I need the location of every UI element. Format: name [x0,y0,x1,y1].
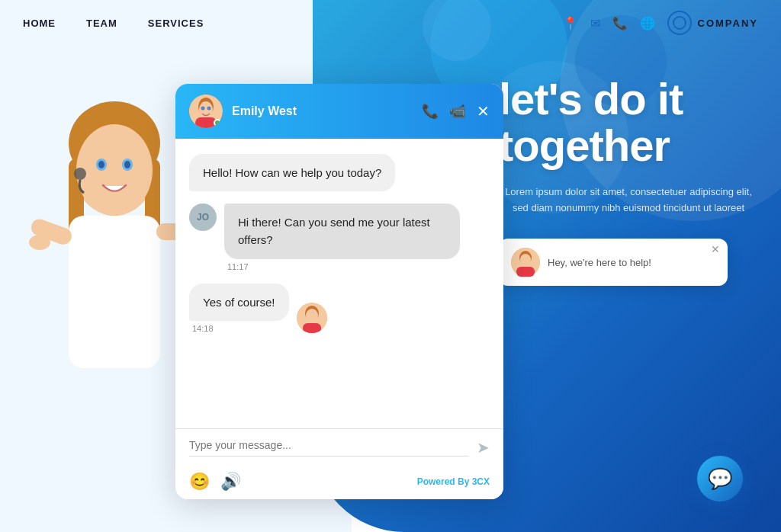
chat-preview-card: Hey, we're here to help! ✕ [499,239,728,286]
agent-name: Emily West [232,104,413,118]
svg-point-22 [306,309,318,322]
svg-point-26 [520,254,531,266]
chat-close-button[interactable]: ✕ [477,102,490,120]
agent-reply-bubble: Yes of course! [189,284,289,321]
svg-point-9 [74,168,86,180]
svg-point-7 [98,161,104,168]
reply-avatar-svg [297,303,327,333]
chat-fab-icon: 💬 [708,467,732,491]
svg-rect-27 [516,267,535,277]
message-bubble: Hello! How can we help you today? [189,154,395,191]
agent-reply-avatar [297,303,327,333]
message-time-2: 14:18 [189,324,289,333]
agent-avatar [189,95,223,128]
chat-footer-icons: 😊 🔊 [189,472,241,492]
user-avatar: JO [189,204,217,231]
phone-icon[interactable]: 📞 [422,103,439,120]
video-icon[interactable]: 📹 [449,103,466,120]
company-logo: COMPANY [667,11,758,35]
send-button[interactable]: ➤ [477,438,490,457]
svg-rect-10 [69,216,160,368]
chat-fab-button[interactable]: 💬 [697,456,743,502]
online-indicator [214,119,221,127]
agent-reply-content: Yes of course! 14:18 [189,284,289,333]
svg-rect-23 [303,323,321,333]
hero-text: let's do it together Lorem ipsum dolor s… [499,76,758,286]
message-user-1: JO Hi there! Can you send me your latest… [189,204,460,271]
globe-icon[interactable]: 🌐 [640,16,655,30]
chat-messages: Hello! How can we help you today? JO Hi … [175,139,503,428]
user-message-content: Hi there! Can you send me your latest of… [224,204,460,271]
nav-team[interactable]: TEAM [86,18,117,29]
chat-input-row: ➤ [189,438,490,457]
chat-header-actions: 📞 📹 ✕ [422,102,490,120]
chat-footer: 😊 🔊 Powered By 3CX [175,466,503,499]
preview-avatar [511,248,540,277]
nav-right: 📍 ✉ 📞 🌐 COMPANY [563,11,758,35]
audio-button[interactable]: 🔊 [220,472,241,492]
nav-home[interactable]: HOME [23,18,56,29]
user-bubble: Hi there! Can you send me your latest of… [224,204,460,259]
message-agent-1: Hello! How can we help you today? [189,154,395,191]
nav-links: HOME TEAM SERVICES [23,18,204,29]
message-agent-2: Yes of course! 14:18 [189,284,327,333]
svg-point-18 [207,107,211,111]
svg-point-17 [201,107,205,111]
emoji-button[interactable]: 😊 [189,472,210,492]
email-icon[interactable]: ✉ [590,16,600,30]
hero-heading-line1: let's do it [499,74,683,123]
svg-point-4 [76,124,153,216]
powered-by-label: Powered By 3CX [417,476,490,487]
chat-input-area: ➤ [175,428,503,466]
location-icon[interactable]: 📍 [563,16,578,30]
logo-inner [673,16,686,30]
chat-preview-text: Hey, we're here to help! [548,257,715,268]
svg-point-13 [29,235,50,250]
hero-heading-line2: together [499,120,670,170]
hero-subtext: Lorem ipsum dolor sit amet, consectetuer… [499,184,758,216]
phone-nav-icon[interactable]: 📞 [612,16,628,30]
hero-heading: let's do it together [499,76,758,169]
navbar: HOME TEAM SERVICES 📍 ✉ 📞 🌐 COMPANY [0,0,781,46]
preview-close-button[interactable]: ✕ [711,243,720,255]
chat-widget: Emily West 📞 📹 ✕ Hello! How can we help … [175,84,503,499]
preview-avatar-svg [511,248,540,277]
company-name: COMPANY [698,18,758,29]
chat-input[interactable] [189,439,469,457]
logo-circle [667,11,692,35]
chat-header: Emily West 📞 📹 ✕ [175,84,503,139]
nav-services[interactable]: SERVICES [148,18,204,29]
svg-point-8 [124,161,130,168]
message-time-1: 11:17 [224,262,460,271]
